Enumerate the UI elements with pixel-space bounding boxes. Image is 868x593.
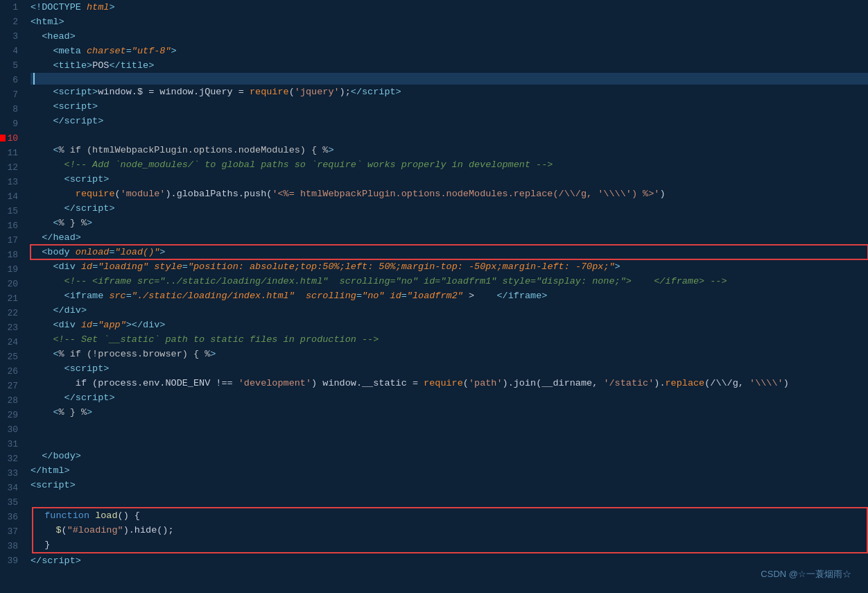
code-line-18: <body onload="load()"> bbox=[31, 245, 868, 259]
code-line-16: <% } %> bbox=[31, 216, 868, 230]
code-line-21: <iframe src="./static/loading/index.html… bbox=[31, 289, 868, 303]
code-line-25: <% if (!process.browser) { %> bbox=[31, 347, 868, 361]
code-line-33: </html> bbox=[31, 463, 868, 478]
code-line-37: $("#loading").hide(); bbox=[32, 523, 868, 538]
code-line-39: </script> bbox=[31, 553, 868, 568]
code-line-28: </script> bbox=[31, 390, 868, 405]
code-line-29: <% } %> bbox=[31, 405, 868, 420]
code-line-14: require('module').globalPaths.push('<%= … bbox=[31, 187, 868, 201]
code-content[interactable]: <!DOCTYPE html> <html> <head> <meta char… bbox=[25, 0, 868, 593]
code-line-11: <% if (htmlWebpackPlugin.options.nodeMod… bbox=[31, 143, 868, 157]
code-line-2: <html> bbox=[31, 15, 868, 29]
line-numbers: 1 2 3 4 5 6 7 8 9 10 11 12 13 14 15 16 1… bbox=[0, 0, 25, 593]
code-line-8: <script> bbox=[31, 99, 868, 114]
code-line-31 bbox=[31, 434, 868, 449]
code-line-23: <div id="app"></div> bbox=[31, 318, 868, 332]
code-line-3: <head> bbox=[31, 29, 868, 44]
code-line-13: <script> bbox=[31, 172, 868, 187]
code-line-15: </script> bbox=[31, 201, 868, 216]
code-line-32: </body> bbox=[31, 449, 868, 463]
code-line-1: <!DOCTYPE html> bbox=[31, 0, 868, 15]
code-editor: 1 2 3 4 5 6 7 8 9 10 11 12 13 14 15 16 1… bbox=[0, 0, 868, 593]
code-line-5: <title>POS</title> bbox=[31, 58, 868, 73]
code-line-38: } bbox=[32, 538, 868, 553]
code-line-10 bbox=[31, 128, 868, 143]
code-line-30 bbox=[31, 420, 868, 434]
watermark: CSDN @☆一蓑烟雨☆ bbox=[761, 568, 851, 581]
code-line-22: </div> bbox=[31, 303, 868, 318]
code-line-24: <!-- Set `__static` path to static files… bbox=[31, 332, 868, 347]
code-line-35 bbox=[31, 492, 868, 507]
code-line-34: <script> bbox=[31, 478, 868, 492]
code-line-26: <script> bbox=[31, 361, 868, 376]
code-line-36: function load() { bbox=[32, 507, 868, 523]
code-line-12: <!-- Add `node_modules/` to global paths… bbox=[31, 157, 868, 172]
code-line-7: <script>window.$ = window.jQuery = requi… bbox=[31, 85, 868, 99]
code-line-9: </script> bbox=[31, 114, 868, 128]
code-line-4: <meta charset="utf-8"> bbox=[31, 44, 868, 58]
code-line-19: <div id="loading" style="position: absol… bbox=[31, 259, 868, 274]
code-line-17: </head> bbox=[31, 230, 868, 245]
code-line-6 bbox=[31, 73, 868, 85]
code-line-20: <!-- <iframe src="../static/loading/inde… bbox=[31, 274, 868, 289]
code-line-27: if (process.env.NODE_ENV !== 'developmen… bbox=[31, 376, 868, 390]
